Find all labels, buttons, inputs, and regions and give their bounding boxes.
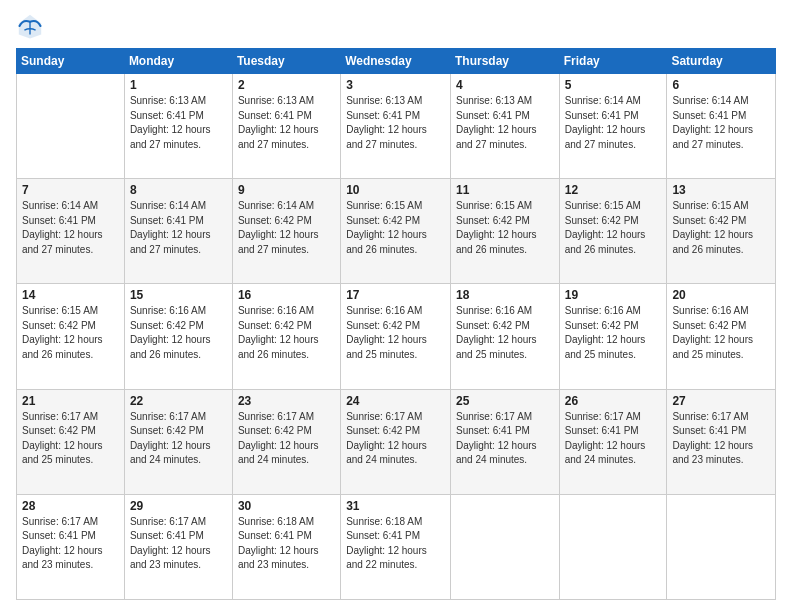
- calendar-table: SundayMondayTuesdayWednesdayThursdayFrid…: [16, 48, 776, 600]
- calendar-cell: 14Sunrise: 6:15 AM Sunset: 6:42 PM Dayli…: [17, 284, 125, 389]
- day-info: Sunrise: 6:18 AM Sunset: 6:41 PM Dayligh…: [238, 515, 335, 573]
- day-number: 8: [130, 183, 227, 197]
- calendar-cell: 31Sunrise: 6:18 AM Sunset: 6:41 PM Dayli…: [341, 494, 451, 599]
- day-number: 9: [238, 183, 335, 197]
- calendar-cell: 27Sunrise: 6:17 AM Sunset: 6:41 PM Dayli…: [667, 389, 776, 494]
- calendar-cell: 1Sunrise: 6:13 AM Sunset: 6:41 PM Daylig…: [124, 74, 232, 179]
- day-info: Sunrise: 6:17 AM Sunset: 6:41 PM Dayligh…: [456, 410, 554, 468]
- day-info: Sunrise: 6:14 AM Sunset: 6:42 PM Dayligh…: [238, 199, 335, 257]
- day-number: 12: [565, 183, 662, 197]
- calendar-cell: 23Sunrise: 6:17 AM Sunset: 6:42 PM Dayli…: [232, 389, 340, 494]
- day-info: Sunrise: 6:17 AM Sunset: 6:42 PM Dayligh…: [346, 410, 445, 468]
- header: [16, 12, 776, 40]
- calendar-cell: 30Sunrise: 6:18 AM Sunset: 6:41 PM Dayli…: [232, 494, 340, 599]
- logo: [16, 12, 48, 40]
- calendar-cell: 2Sunrise: 6:13 AM Sunset: 6:41 PM Daylig…: [232, 74, 340, 179]
- day-number: 6: [672, 78, 770, 92]
- day-info: Sunrise: 6:17 AM Sunset: 6:41 PM Dayligh…: [130, 515, 227, 573]
- calendar-week-2: 7Sunrise: 6:14 AM Sunset: 6:41 PM Daylig…: [17, 179, 776, 284]
- calendar-cell: 9Sunrise: 6:14 AM Sunset: 6:42 PM Daylig…: [232, 179, 340, 284]
- day-number: 22: [130, 394, 227, 408]
- calendar-cell: 13Sunrise: 6:15 AM Sunset: 6:42 PM Dayli…: [667, 179, 776, 284]
- day-info: Sunrise: 6:17 AM Sunset: 6:41 PM Dayligh…: [22, 515, 119, 573]
- day-number: 15: [130, 288, 227, 302]
- day-number: 11: [456, 183, 554, 197]
- day-number: 28: [22, 499, 119, 513]
- calendar-cell: [559, 494, 667, 599]
- day-info: Sunrise: 6:16 AM Sunset: 6:42 PM Dayligh…: [672, 304, 770, 362]
- calendar-cell: 25Sunrise: 6:17 AM Sunset: 6:41 PM Dayli…: [450, 389, 559, 494]
- calendar-cell: 26Sunrise: 6:17 AM Sunset: 6:41 PM Dayli…: [559, 389, 667, 494]
- calendar-cell: [450, 494, 559, 599]
- day-number: 5: [565, 78, 662, 92]
- day-number: 4: [456, 78, 554, 92]
- day-number: 26: [565, 394, 662, 408]
- day-number: 21: [22, 394, 119, 408]
- day-info: Sunrise: 6:15 AM Sunset: 6:42 PM Dayligh…: [672, 199, 770, 257]
- calendar-header-thursday: Thursday: [450, 49, 559, 74]
- day-info: Sunrise: 6:13 AM Sunset: 6:41 PM Dayligh…: [130, 94, 227, 152]
- day-number: 19: [565, 288, 662, 302]
- calendar-cell: 22Sunrise: 6:17 AM Sunset: 6:42 PM Dayli…: [124, 389, 232, 494]
- day-info: Sunrise: 6:13 AM Sunset: 6:41 PM Dayligh…: [238, 94, 335, 152]
- calendar-week-1: 1Sunrise: 6:13 AM Sunset: 6:41 PM Daylig…: [17, 74, 776, 179]
- calendar-cell: 6Sunrise: 6:14 AM Sunset: 6:41 PM Daylig…: [667, 74, 776, 179]
- calendar-cell: 17Sunrise: 6:16 AM Sunset: 6:42 PM Dayli…: [341, 284, 451, 389]
- day-info: Sunrise: 6:18 AM Sunset: 6:41 PM Dayligh…: [346, 515, 445, 573]
- calendar-header-sunday: Sunday: [17, 49, 125, 74]
- day-number: 23: [238, 394, 335, 408]
- calendar-cell: 21Sunrise: 6:17 AM Sunset: 6:42 PM Dayli…: [17, 389, 125, 494]
- day-info: Sunrise: 6:14 AM Sunset: 6:41 PM Dayligh…: [565, 94, 662, 152]
- day-info: Sunrise: 6:16 AM Sunset: 6:42 PM Dayligh…: [565, 304, 662, 362]
- day-number: 16: [238, 288, 335, 302]
- calendar-header-tuesday: Tuesday: [232, 49, 340, 74]
- calendar-header-wednesday: Wednesday: [341, 49, 451, 74]
- day-number: 2: [238, 78, 335, 92]
- calendar-cell: 15Sunrise: 6:16 AM Sunset: 6:42 PM Dayli…: [124, 284, 232, 389]
- day-info: Sunrise: 6:13 AM Sunset: 6:41 PM Dayligh…: [456, 94, 554, 152]
- day-number: 18: [456, 288, 554, 302]
- logo-icon: [16, 12, 44, 40]
- day-number: 20: [672, 288, 770, 302]
- calendar-week-5: 28Sunrise: 6:17 AM Sunset: 6:41 PM Dayli…: [17, 494, 776, 599]
- calendar-cell: 29Sunrise: 6:17 AM Sunset: 6:41 PM Dayli…: [124, 494, 232, 599]
- day-number: 7: [22, 183, 119, 197]
- calendar-week-4: 21Sunrise: 6:17 AM Sunset: 6:42 PM Dayli…: [17, 389, 776, 494]
- day-info: Sunrise: 6:14 AM Sunset: 6:41 PM Dayligh…: [22, 199, 119, 257]
- calendar-cell: 8Sunrise: 6:14 AM Sunset: 6:41 PM Daylig…: [124, 179, 232, 284]
- day-info: Sunrise: 6:16 AM Sunset: 6:42 PM Dayligh…: [456, 304, 554, 362]
- calendar-cell: 28Sunrise: 6:17 AM Sunset: 6:41 PM Dayli…: [17, 494, 125, 599]
- day-info: Sunrise: 6:15 AM Sunset: 6:42 PM Dayligh…: [565, 199, 662, 257]
- day-info: Sunrise: 6:15 AM Sunset: 6:42 PM Dayligh…: [22, 304, 119, 362]
- day-info: Sunrise: 6:17 AM Sunset: 6:42 PM Dayligh…: [238, 410, 335, 468]
- day-info: Sunrise: 6:13 AM Sunset: 6:41 PM Dayligh…: [346, 94, 445, 152]
- day-number: 14: [22, 288, 119, 302]
- day-number: 27: [672, 394, 770, 408]
- day-number: 10: [346, 183, 445, 197]
- calendar-cell: 12Sunrise: 6:15 AM Sunset: 6:42 PM Dayli…: [559, 179, 667, 284]
- calendar-cell: 7Sunrise: 6:14 AM Sunset: 6:41 PM Daylig…: [17, 179, 125, 284]
- calendar-header-monday: Monday: [124, 49, 232, 74]
- day-number: 30: [238, 499, 335, 513]
- day-info: Sunrise: 6:15 AM Sunset: 6:42 PM Dayligh…: [346, 199, 445, 257]
- calendar-cell: 20Sunrise: 6:16 AM Sunset: 6:42 PM Dayli…: [667, 284, 776, 389]
- day-number: 24: [346, 394, 445, 408]
- day-info: Sunrise: 6:17 AM Sunset: 6:41 PM Dayligh…: [565, 410, 662, 468]
- day-number: 17: [346, 288, 445, 302]
- day-number: 25: [456, 394, 554, 408]
- day-number: 29: [130, 499, 227, 513]
- calendar-cell: 5Sunrise: 6:14 AM Sunset: 6:41 PM Daylig…: [559, 74, 667, 179]
- calendar-cell: 4Sunrise: 6:13 AM Sunset: 6:41 PM Daylig…: [450, 74, 559, 179]
- day-info: Sunrise: 6:17 AM Sunset: 6:42 PM Dayligh…: [130, 410, 227, 468]
- calendar-cell: 24Sunrise: 6:17 AM Sunset: 6:42 PM Dayli…: [341, 389, 451, 494]
- day-number: 1: [130, 78, 227, 92]
- day-info: Sunrise: 6:16 AM Sunset: 6:42 PM Dayligh…: [238, 304, 335, 362]
- calendar-cell: 10Sunrise: 6:15 AM Sunset: 6:42 PM Dayli…: [341, 179, 451, 284]
- day-info: Sunrise: 6:14 AM Sunset: 6:41 PM Dayligh…: [672, 94, 770, 152]
- calendar-cell: [17, 74, 125, 179]
- calendar-header-row: SundayMondayTuesdayWednesdayThursdayFrid…: [17, 49, 776, 74]
- calendar-cell: 11Sunrise: 6:15 AM Sunset: 6:42 PM Dayli…: [450, 179, 559, 284]
- calendar-header-friday: Friday: [559, 49, 667, 74]
- calendar-cell: 3Sunrise: 6:13 AM Sunset: 6:41 PM Daylig…: [341, 74, 451, 179]
- day-info: Sunrise: 6:17 AM Sunset: 6:41 PM Dayligh…: [672, 410, 770, 468]
